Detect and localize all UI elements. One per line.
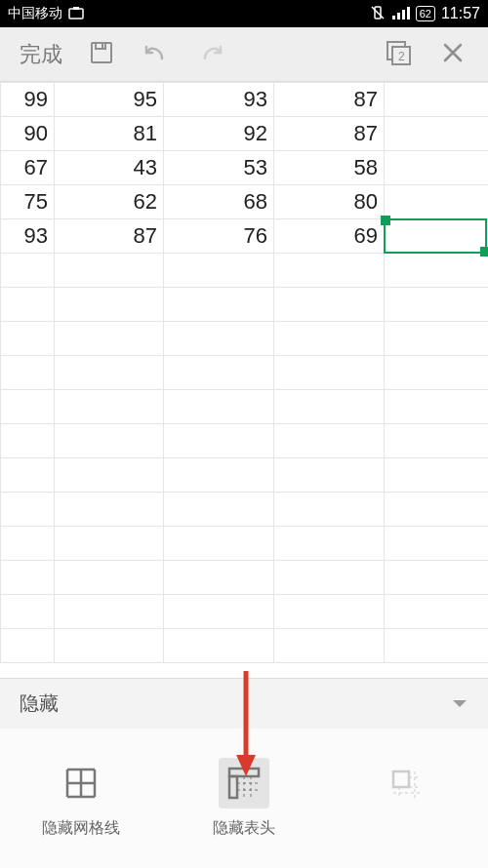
cell[interactable] [55, 356, 164, 390]
cell[interactable] [274, 561, 385, 595]
cell[interactable] [1, 561, 55, 595]
cell[interactable] [55, 527, 164, 561]
cell[interactable] [55, 458, 164, 493]
cell[interactable] [385, 595, 489, 629]
clock: 11:57 [441, 5, 480, 22]
cell[interactable] [274, 527, 385, 561]
cell[interactable]: 43 [55, 151, 164, 185]
cell[interactable] [274, 595, 385, 629]
cell[interactable]: 62 [55, 185, 164, 219]
cell[interactable] [55, 288, 164, 322]
cell[interactable] [164, 254, 274, 288]
cell[interactable]: 81 [55, 117, 164, 151]
cell[interactable] [385, 527, 489, 561]
cell[interactable]: 68 [164, 185, 274, 219]
cell[interactable] [385, 254, 489, 288]
cell[interactable]: 92 [164, 117, 274, 151]
cell[interactable] [55, 493, 164, 527]
cell[interactable] [385, 458, 489, 493]
cell[interactable] [385, 424, 489, 458]
cell[interactable] [55, 561, 164, 595]
cell[interactable]: 87 [55, 219, 164, 254]
cell[interactable] [274, 322, 385, 356]
cell[interactable] [1, 629, 55, 663]
cell[interactable] [164, 390, 274, 424]
cell[interactable] [385, 322, 489, 356]
windows-button[interactable]: 2 [371, 27, 426, 82]
spreadsheet[interactable]: 9995938790819287674353587562688093877669 [0, 82, 488, 678]
cell[interactable] [385, 493, 489, 527]
hide-headers-tool[interactable]: 隐藏表头 [163, 729, 326, 868]
cell[interactable]: 93 [164, 83, 274, 117]
cell[interactable] [55, 390, 164, 424]
undo-button[interactable] [129, 27, 183, 82]
cell[interactable] [1, 527, 55, 561]
cell[interactable]: 67 [1, 151, 55, 185]
done-button[interactable]: 完成 [8, 27, 74, 82]
cell[interactable] [164, 595, 274, 629]
cell[interactable]: 80 [274, 185, 385, 219]
cell[interactable] [385, 356, 489, 390]
panel-header[interactable]: 隐藏 [0, 678, 488, 729]
cell[interactable] [385, 219, 489, 254]
cell[interactable]: 75 [1, 185, 55, 219]
windows-icon: 2 [385, 39, 412, 70]
cell[interactable] [1, 356, 55, 390]
extra-hide-icon [382, 760, 432, 810]
cell[interactable] [164, 356, 274, 390]
cell[interactable] [55, 322, 164, 356]
close-button[interactable] [426, 27, 480, 82]
cell[interactable] [385, 151, 489, 185]
cell[interactable] [1, 493, 55, 527]
cell[interactable] [274, 629, 385, 663]
cell[interactable] [164, 288, 274, 322]
cell[interactable] [55, 629, 164, 663]
cell[interactable] [1, 595, 55, 629]
cell[interactable] [385, 288, 489, 322]
cell[interactable]: 53 [164, 151, 274, 185]
cell[interactable] [274, 356, 385, 390]
cell[interactable] [274, 493, 385, 527]
cell[interactable] [1, 288, 55, 322]
redo-button[interactable] [183, 27, 238, 82]
cell[interactable] [55, 595, 164, 629]
cell[interactable] [274, 288, 385, 322]
cell[interactable] [164, 561, 274, 595]
cell[interactable]: 95 [55, 83, 164, 117]
cell[interactable]: 90 [1, 117, 55, 151]
svg-rect-9 [102, 44, 103, 48]
cell[interactable] [385, 629, 489, 663]
cell[interactable] [385, 117, 489, 151]
cell[interactable] [1, 322, 55, 356]
save-button[interactable] [74, 27, 129, 82]
cell[interactable] [55, 254, 164, 288]
cell[interactable]: 87 [274, 117, 385, 151]
headers-icon [219, 758, 269, 809]
cell[interactable] [385, 561, 489, 595]
cell[interactable] [55, 424, 164, 458]
cell[interactable] [274, 458, 385, 493]
cell[interactable]: 93 [1, 219, 55, 254]
cell[interactable] [274, 424, 385, 458]
cell[interactable]: 69 [274, 219, 385, 254]
cell[interactable] [385, 390, 489, 424]
cell[interactable] [164, 527, 274, 561]
cell[interactable] [385, 185, 489, 219]
cell[interactable] [385, 83, 489, 117]
cell[interactable] [164, 629, 274, 663]
cell[interactable] [274, 254, 385, 288]
cell[interactable]: 58 [274, 151, 385, 185]
cell[interactable] [1, 254, 55, 288]
cell[interactable] [1, 424, 55, 458]
cell[interactable] [1, 458, 55, 493]
cell[interactable] [164, 458, 274, 493]
cell[interactable] [164, 322, 274, 356]
cell[interactable] [164, 424, 274, 458]
cell[interactable]: 76 [164, 219, 274, 254]
cell[interactable]: 87 [274, 83, 385, 117]
cell[interactable] [1, 390, 55, 424]
hide-gridlines-tool[interactable]: 隐藏网格线 [0, 729, 163, 868]
cell[interactable] [164, 493, 274, 527]
cell[interactable] [274, 390, 385, 424]
cell[interactable]: 99 [1, 83, 55, 117]
